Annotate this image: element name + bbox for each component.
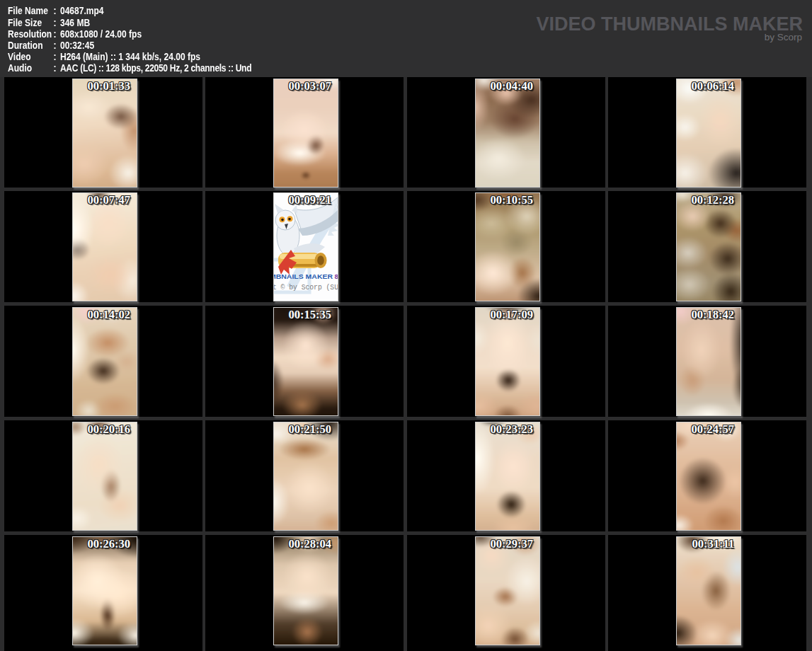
svg-text:MBNAILS MAKER: MBNAILS MAKER [274, 272, 333, 280]
svg-text:8: 8 [335, 272, 338, 280]
svg-text:t © by Scorp (SU: t © by Scorp (SU [274, 284, 338, 292]
